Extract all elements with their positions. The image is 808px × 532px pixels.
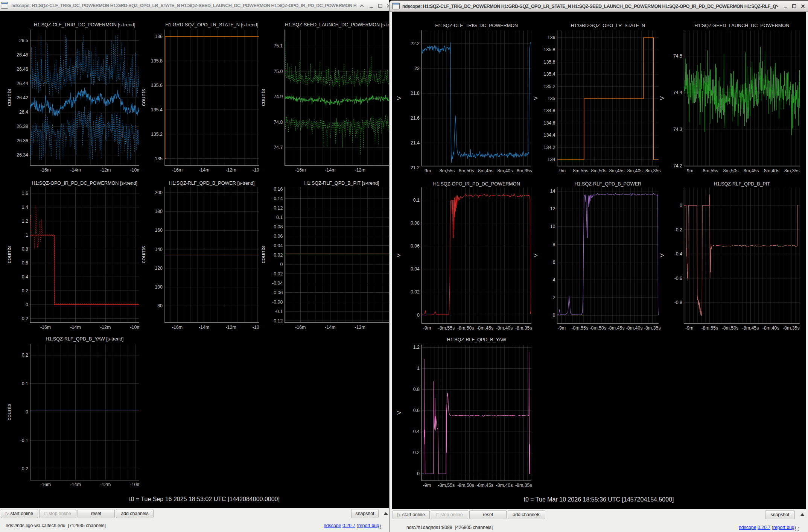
svg-text:-0.2: -0.2 <box>20 466 28 471</box>
svg-text:1: 1 <box>417 366 420 371</box>
svg-text:-9m: -9m <box>558 168 566 173</box>
svg-text:-0.6: -0.6 <box>674 276 682 281</box>
svg-text:-12m: -12m <box>225 167 236 173</box>
svg-text:V: V <box>659 253 665 257</box>
svg-text:80: 80 <box>157 303 163 309</box>
svg-text:-9m: -9m <box>423 483 431 488</box>
svg-text:14: 14 <box>550 188 555 194</box>
svg-text:-12m: -12m <box>100 325 111 330</box>
svg-text:0: 0 <box>680 203 682 208</box>
svg-text:135.6: 135.6 <box>543 59 555 65</box>
svg-text:-9m: -9m <box>558 325 566 331</box>
svg-text:-12m: -12m <box>100 482 111 487</box>
svg-text:-0.06: -0.06 <box>272 290 283 295</box>
svg-text:26.4: 26.4 <box>19 109 28 115</box>
svg-text:75.0: 75.0 <box>274 69 283 74</box>
svg-text:74.7: 74.7 <box>274 145 283 150</box>
svg-text:26.42: 26.42 <box>17 95 28 100</box>
svg-text:134.8: 134.8 <box>543 108 555 113</box>
svg-text:160: 160 <box>155 228 163 233</box>
svg-text:26.36: 26.36 <box>17 138 28 143</box>
svg-text:134.2: 134.2 <box>543 145 555 150</box>
svg-text:0.02: 0.02 <box>411 289 420 295</box>
svg-text:0.04: 0.04 <box>411 266 420 272</box>
svg-text:180: 180 <box>155 209 163 214</box>
svg-text:H1:GRD-SQZ_OPO_LR_STATE_N [s-t: H1:GRD-SQZ_OPO_LR_STATE_N [s-trend] <box>165 22 258 27</box>
svg-text:-0.1: -0.1 <box>20 438 28 443</box>
svg-text:22: 22 <box>414 66 420 71</box>
svg-text:1.4: 1.4 <box>22 205 28 210</box>
svg-text:0.2: 0.2 <box>22 288 28 293</box>
svg-text:-8m,50s: -8m,50s <box>457 325 474 331</box>
svg-text:120: 120 <box>155 266 163 271</box>
svg-text:-8m,50s: -8m,50s <box>457 168 474 173</box>
svg-text:-16m: -16m <box>40 325 51 330</box>
svg-text:-8m,45s: -8m,45s <box>476 325 493 331</box>
svg-text:H1:SQZ-OPO_IR_PD_DC_POWERMON [: H1:SQZ-OPO_IR_PD_DC_POWERMON [s-trend] <box>32 181 137 186</box>
svg-text:134.6: 134.6 <box>543 120 555 126</box>
svg-text:-8m,45s: -8m,45s <box>476 168 493 173</box>
svg-text:135.2: 135.2 <box>151 132 163 137</box>
svg-text:H1:SQZ-RLF_QPD_B_PIT [s-trend]: H1:SQZ-RLF_QPD_B_PIT [s-trend] <box>304 181 379 186</box>
svg-text:-8m,35s: -8m,35s <box>644 325 661 331</box>
svg-text:-8m,35s: -8m,35s <box>783 325 800 331</box>
svg-text:-12m: -12m <box>100 167 111 173</box>
svg-text:26.5: 26.5 <box>19 38 28 43</box>
svg-text:-0.4: -0.4 <box>674 251 682 257</box>
svg-text:-14m: -14m <box>325 167 335 173</box>
svg-text:-8m,35s: -8m,35s <box>515 483 532 488</box>
svg-text:t0 = Tue Sep 16 2025 18:53:02: t0 = Tue Sep 16 2025 18:53:02 UTC [14420… <box>129 496 280 502</box>
svg-text:1: 1 <box>26 233 28 238</box>
svg-text:0.08: 0.08 <box>411 220 420 226</box>
svg-text:-8m,50s: -8m,50s <box>589 325 606 331</box>
svg-text:H1:SQZ-RLF_QPD_B_YAW: H1:SQZ-RLF_QPD_B_YAW <box>447 337 507 342</box>
svg-text:counts: counts <box>140 246 146 263</box>
svg-text:0.2: 0.2 <box>413 450 420 455</box>
svg-text:-14m: -14m <box>70 482 81 487</box>
svg-text:counts: counts <box>260 246 266 263</box>
svg-text:-8m,55s: -8m,55s <box>571 168 588 173</box>
svg-text:21.6: 21.6 <box>411 116 420 121</box>
svg-text:counts: counts <box>6 246 12 263</box>
svg-text:-14m: -14m <box>199 325 209 330</box>
svg-text:12: 12 <box>550 206 555 211</box>
svg-text:74.9: 74.9 <box>274 94 283 99</box>
svg-text:-8m,45s: -8m,45s <box>608 325 625 331</box>
svg-text:t0 = Tue Mar 10 2026 18:55:36: t0 = Tue Mar 10 2026 18:55:36 UTC [14572… <box>524 496 674 503</box>
svg-text:-0.8: -0.8 <box>674 300 682 305</box>
svg-text:135.6: 135.6 <box>151 83 163 88</box>
svg-text:-8m,50s: -8m,50s <box>589 168 606 173</box>
svg-text:140: 140 <box>155 247 163 252</box>
svg-text:-8m,55s: -8m,55s <box>701 325 718 331</box>
svg-text:2: 2 <box>553 295 555 300</box>
svg-text:21.2: 21.2 <box>411 165 420 170</box>
svg-text:-8m,50s: -8m,50s <box>457 483 474 488</box>
svg-text:-14m: -14m <box>325 325 335 330</box>
svg-text:-14m: -14m <box>70 325 81 330</box>
svg-text:0: 0 <box>553 313 555 318</box>
svg-text:-0.02: -0.02 <box>272 271 283 277</box>
svg-text:-8m,55s: -8m,55s <box>438 168 455 173</box>
svg-text:134.4: 134.4 <box>543 132 555 138</box>
svg-text:-8m,40s: -8m,40s <box>762 168 779 173</box>
svg-text:H1:SQZ-RLF_QPD_B_POWER: H1:SQZ-RLF_QPD_B_POWER <box>574 181 641 187</box>
svg-text:-8m,40s: -8m,40s <box>762 325 779 331</box>
svg-text:-8m,55s: -8m,55s <box>438 325 455 331</box>
svg-text:0.6: 0.6 <box>413 408 420 413</box>
svg-text:100: 100 <box>155 284 163 290</box>
svg-text:-0.08: -0.08 <box>272 299 283 305</box>
svg-text:-8m,45s: -8m,45s <box>608 168 625 173</box>
svg-text:-12m: -12m <box>355 325 365 330</box>
svg-text:-8m,45s: -8m,45s <box>476 483 493 488</box>
svg-text:-16m: -16m <box>295 325 306 330</box>
svg-text:-8m,55s: -8m,55s <box>701 168 718 173</box>
svg-text:-16m: -16m <box>40 482 51 487</box>
svg-text:0.4: 0.4 <box>413 429 420 434</box>
svg-text:-10m: -10m <box>130 167 140 173</box>
svg-text:74.3: 74.3 <box>673 127 682 132</box>
svg-text:0.8: 0.8 <box>22 246 28 252</box>
svg-text:-16m: -16m <box>172 167 183 173</box>
svg-text:-8m,45s: -8m,45s <box>742 325 759 331</box>
svg-text:-8m,35s: -8m,35s <box>515 325 532 331</box>
svg-text:0: 0 <box>417 313 420 318</box>
